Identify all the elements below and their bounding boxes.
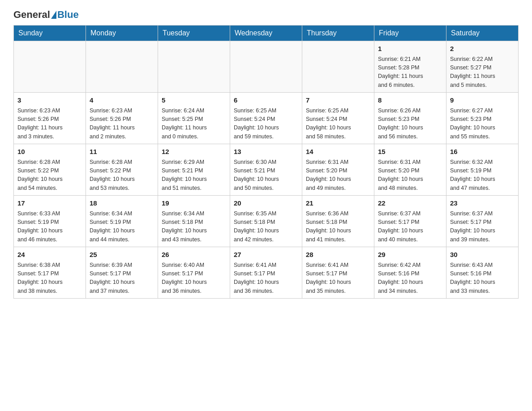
day-info: Sunrise: 6:22 AM Sunset: 5:27 PM Dayligh… bbox=[450, 55, 515, 90]
calendar-cell: 14Sunrise: 6:31 AM Sunset: 5:20 PM Dayli… bbox=[302, 144, 374, 196]
day-info: Sunrise: 6:34 AM Sunset: 5:18 PM Dayligh… bbox=[162, 210, 226, 244]
calendar-cell: 5Sunrise: 6:24 AM Sunset: 5:25 PM Daylig… bbox=[158, 93, 230, 144]
day-number: 21 bbox=[306, 198, 370, 209]
calendar-cell: 10Sunrise: 6:28 AM Sunset: 5:22 PM Dayli… bbox=[14, 144, 86, 196]
calendar-cell: 8Sunrise: 6:26 AM Sunset: 5:23 PM Daylig… bbox=[374, 93, 446, 144]
calendar-cell: 22Sunrise: 6:37 AM Sunset: 5:17 PM Dayli… bbox=[374, 196, 446, 247]
day-number: 9 bbox=[450, 95, 515, 106]
calendar-cell: 19Sunrise: 6:34 AM Sunset: 5:18 PM Dayli… bbox=[158, 196, 230, 247]
day-number: 14 bbox=[306, 147, 370, 157]
day-number: 3 bbox=[17, 95, 82, 106]
calendar-cell: 29Sunrise: 6:42 AM Sunset: 5:16 PM Dayli… bbox=[374, 247, 446, 299]
logo: General Blue bbox=[13, 9, 79, 21]
day-info: Sunrise: 6:33 AM Sunset: 5:19 PM Dayligh… bbox=[17, 210, 82, 244]
day-info: Sunrise: 6:37 AM Sunset: 5:17 PM Dayligh… bbox=[450, 210, 515, 244]
day-number: 5 bbox=[162, 95, 226, 106]
day-number: 7 bbox=[306, 95, 370, 106]
day-info: Sunrise: 6:28 AM Sunset: 5:22 PM Dayligh… bbox=[90, 158, 154, 193]
calendar-cell: 23Sunrise: 6:37 AM Sunset: 5:17 PM Dayli… bbox=[446, 196, 519, 247]
day-info: Sunrise: 6:29 AM Sunset: 5:21 PM Dayligh… bbox=[162, 158, 226, 193]
calendar-cell: 24Sunrise: 6:38 AM Sunset: 5:17 PM Dayli… bbox=[14, 247, 86, 299]
day-number: 6 bbox=[234, 95, 298, 106]
day-info: Sunrise: 6:37 AM Sunset: 5:17 PM Dayligh… bbox=[378, 210, 442, 244]
calendar-cell: 25Sunrise: 6:39 AM Sunset: 5:17 PM Dayli… bbox=[86, 247, 158, 299]
calendar-cell: 6Sunrise: 6:25 AM Sunset: 5:24 PM Daylig… bbox=[230, 93, 302, 144]
day-number: 13 bbox=[234, 147, 298, 157]
calendar-cell: 20Sunrise: 6:35 AM Sunset: 5:18 PM Dayli… bbox=[230, 196, 302, 247]
day-info: Sunrise: 6:41 AM Sunset: 5:17 PM Dayligh… bbox=[234, 261, 298, 296]
calendar-cell: 27Sunrise: 6:41 AM Sunset: 5:17 PM Dayli… bbox=[230, 247, 302, 299]
calendar-cell: 17Sunrise: 6:33 AM Sunset: 5:19 PM Dayli… bbox=[14, 196, 86, 247]
day-info: Sunrise: 6:35 AM Sunset: 5:18 PM Dayligh… bbox=[234, 210, 298, 244]
day-number: 22 bbox=[378, 198, 442, 209]
day-info: Sunrise: 6:43 AM Sunset: 5:16 PM Dayligh… bbox=[450, 261, 515, 296]
calendar-cell: 15Sunrise: 6:31 AM Sunset: 5:20 PM Dayli… bbox=[374, 144, 446, 196]
calendar-cell: 2Sunrise: 6:22 AM Sunset: 5:27 PM Daylig… bbox=[446, 41, 519, 93]
day-number: 12 bbox=[162, 147, 226, 157]
day-info: Sunrise: 6:25 AM Sunset: 5:24 PM Dayligh… bbox=[234, 107, 298, 141]
logo-triangle-icon bbox=[51, 11, 56, 19]
day-info: Sunrise: 6:31 AM Sunset: 5:20 PM Dayligh… bbox=[306, 158, 370, 193]
day-info: Sunrise: 6:41 AM Sunset: 5:17 PM Dayligh… bbox=[306, 261, 370, 296]
day-number: 25 bbox=[90, 250, 154, 260]
day-info: Sunrise: 6:30 AM Sunset: 5:21 PM Dayligh… bbox=[234, 158, 298, 193]
column-header-saturday: Saturday bbox=[446, 26, 519, 41]
day-info: Sunrise: 6:36 AM Sunset: 5:18 PM Dayligh… bbox=[306, 210, 370, 244]
column-header-tuesday: Tuesday bbox=[158, 26, 230, 41]
day-number: 28 bbox=[306, 250, 370, 260]
calendar-week-row: 24Sunrise: 6:38 AM Sunset: 5:17 PM Dayli… bbox=[14, 247, 519, 299]
column-header-wednesday: Wednesday bbox=[230, 26, 302, 41]
day-number: 27 bbox=[234, 250, 298, 260]
day-number: 2 bbox=[450, 44, 515, 54]
day-info: Sunrise: 6:40 AM Sunset: 5:17 PM Dayligh… bbox=[162, 261, 226, 296]
day-number: 4 bbox=[90, 95, 154, 106]
column-header-monday: Monday bbox=[86, 26, 158, 41]
day-info: Sunrise: 6:28 AM Sunset: 5:22 PM Dayligh… bbox=[17, 158, 82, 193]
day-number: 26 bbox=[162, 250, 226, 260]
day-number: 16 bbox=[450, 147, 515, 157]
day-number: 8 bbox=[378, 95, 442, 106]
day-number: 20 bbox=[234, 198, 298, 209]
calendar-cell: 11Sunrise: 6:28 AM Sunset: 5:22 PM Dayli… bbox=[86, 144, 158, 196]
calendar-cell: 21Sunrise: 6:36 AM Sunset: 5:18 PM Dayli… bbox=[302, 196, 374, 247]
day-number: 29 bbox=[378, 250, 442, 260]
day-info: Sunrise: 6:24 AM Sunset: 5:25 PM Dayligh… bbox=[162, 107, 226, 141]
day-info: Sunrise: 6:42 AM Sunset: 5:16 PM Dayligh… bbox=[378, 261, 442, 296]
day-number: 15 bbox=[378, 147, 442, 157]
calendar-cell bbox=[158, 41, 230, 93]
calendar-cell bbox=[14, 41, 86, 93]
calendar-week-row: 3Sunrise: 6:23 AM Sunset: 5:26 PM Daylig… bbox=[14, 93, 519, 144]
day-info: Sunrise: 6:38 AM Sunset: 5:17 PM Dayligh… bbox=[17, 261, 82, 296]
calendar-week-row: 17Sunrise: 6:33 AM Sunset: 5:19 PM Dayli… bbox=[14, 196, 519, 247]
calendar-cell: 4Sunrise: 6:23 AM Sunset: 5:26 PM Daylig… bbox=[86, 93, 158, 144]
day-info: Sunrise: 6:31 AM Sunset: 5:20 PM Dayligh… bbox=[378, 158, 442, 193]
day-number: 10 bbox=[17, 147, 82, 157]
calendar-cell: 12Sunrise: 6:29 AM Sunset: 5:21 PM Dayli… bbox=[158, 144, 230, 196]
calendar-cell: 28Sunrise: 6:41 AM Sunset: 5:17 PM Dayli… bbox=[302, 247, 374, 299]
day-number: 18 bbox=[90, 198, 154, 209]
calendar-cell: 13Sunrise: 6:30 AM Sunset: 5:21 PM Dayli… bbox=[230, 144, 302, 196]
calendar-cell: 26Sunrise: 6:40 AM Sunset: 5:17 PM Dayli… bbox=[158, 247, 230, 299]
day-info: Sunrise: 6:23 AM Sunset: 5:26 PM Dayligh… bbox=[90, 107, 154, 141]
calendar-week-row: 1Sunrise: 6:21 AM Sunset: 5:28 PM Daylig… bbox=[14, 41, 519, 93]
day-number: 17 bbox=[17, 198, 82, 209]
calendar-table: SundayMondayTuesdayWednesdayThursdayFrid… bbox=[13, 25, 519, 299]
calendar-cell bbox=[302, 41, 374, 93]
column-header-thursday: Thursday bbox=[302, 26, 374, 41]
day-info: Sunrise: 6:34 AM Sunset: 5:19 PM Dayligh… bbox=[90, 210, 154, 244]
calendar-cell: 1Sunrise: 6:21 AM Sunset: 5:28 PM Daylig… bbox=[374, 41, 446, 93]
calendar-cell: 7Sunrise: 6:25 AM Sunset: 5:24 PM Daylig… bbox=[302, 93, 374, 144]
calendar-cell bbox=[230, 41, 302, 93]
calendar-cell: 16Sunrise: 6:32 AM Sunset: 5:19 PM Dayli… bbox=[446, 144, 519, 196]
calendar-week-row: 10Sunrise: 6:28 AM Sunset: 5:22 PM Dayli… bbox=[14, 144, 519, 196]
day-number: 19 bbox=[162, 198, 226, 209]
day-number: 30 bbox=[450, 250, 515, 260]
day-info: Sunrise: 6:39 AM Sunset: 5:17 PM Dayligh… bbox=[90, 261, 154, 296]
calendar-cell: 3Sunrise: 6:23 AM Sunset: 5:26 PM Daylig… bbox=[14, 93, 86, 144]
day-info: Sunrise: 6:32 AM Sunset: 5:19 PM Dayligh… bbox=[450, 158, 515, 193]
calendar-cell: 30Sunrise: 6:43 AM Sunset: 5:16 PM Dayli… bbox=[446, 247, 519, 299]
calendar-cell: 9Sunrise: 6:27 AM Sunset: 5:23 PM Daylig… bbox=[446, 93, 519, 144]
logo-blue: Blue bbox=[57, 9, 79, 21]
day-info: Sunrise: 6:27 AM Sunset: 5:23 PM Dayligh… bbox=[450, 107, 515, 141]
column-header-friday: Friday bbox=[374, 26, 446, 41]
